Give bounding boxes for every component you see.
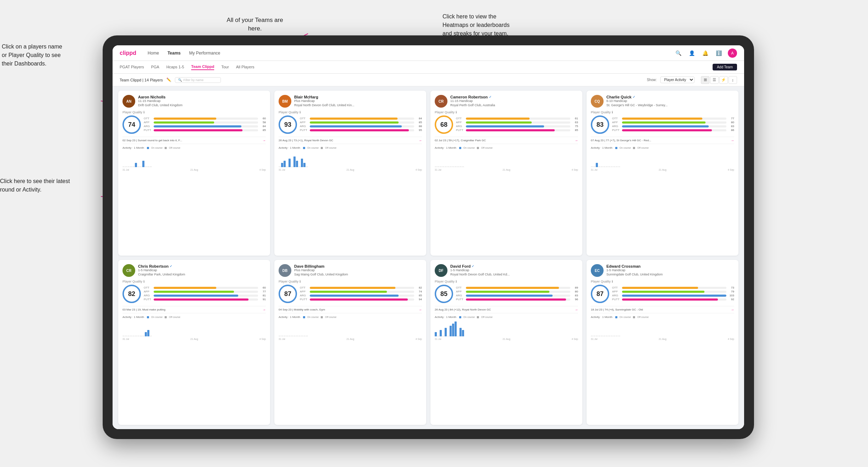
off-course-label: Off course xyxy=(325,316,336,318)
stat-row: PUTT 85 xyxy=(456,129,578,132)
off-course-legend xyxy=(477,316,479,318)
player-header: CR Cameron Robertson ✓ 11-15 HandicapRoy… xyxy=(435,95,578,108)
search-box[interactable]: 🔍 Filter by name xyxy=(175,77,221,83)
stat-row: OTT 60 xyxy=(144,117,266,120)
quality-circle[interactable]: 87 xyxy=(591,285,609,303)
last-round-arrow: → xyxy=(418,308,422,312)
chart-area xyxy=(279,151,422,168)
player-card-3[interactable]: CQ Charlie Quick ✓ 6-10 HandicapSt. Geor… xyxy=(587,91,738,256)
person-icon[interactable]: 👤 xyxy=(687,49,696,57)
player-name[interactable]: Aaron Nicholls xyxy=(138,95,266,99)
add-team-button[interactable]: Add Team xyxy=(713,64,737,70)
activity-title: Activity · 1 Month xyxy=(591,315,612,319)
subnav-tour[interactable]: Tour xyxy=(221,65,229,70)
player-name[interactable]: Blair McHarg xyxy=(294,95,422,99)
player-card-4[interactable]: CR Chris Robertson ✓ 1-5 HandicapCraigmi… xyxy=(118,260,270,425)
stat-row: OTT 89 xyxy=(456,286,578,289)
nav-icons: 🔍 👤 🔔 ℹ️ A xyxy=(674,49,737,58)
last-round[interactable]: 18 Jul 23 | 74 (+4), Sunningdale GC - Ol… xyxy=(591,306,734,313)
player-avatar: DF xyxy=(435,264,447,277)
stat-row: APP 77 xyxy=(144,290,266,293)
nav-teams[interactable]: Teams xyxy=(167,51,181,56)
subnav-all-players[interactable]: All Players xyxy=(236,65,255,70)
subnav-pgat[interactable]: PGAT Players xyxy=(120,65,144,70)
info-icon[interactable]: ℹ️ xyxy=(714,49,723,57)
last-round[interactable]: 26 Aug 23 | 84 (+12), Royal North Devon … xyxy=(435,306,578,313)
player-card-7[interactable]: EC Edward Crossman 1-5 HandicapSunningda… xyxy=(587,260,738,425)
nav-logo: clippd xyxy=(120,50,136,56)
chart-labels: 31 Jul 21 Aug 4 Sep xyxy=(591,169,734,171)
show-select[interactable]: Player Activity xyxy=(660,76,695,83)
quality-section: 93 OTT 84 APP 85 ARG 88 PUTT xyxy=(279,115,422,134)
chart-labels: 31 Jul 21 Aug 4 Sep xyxy=(279,169,422,171)
activity-section: Activity · 1 Month On course Off course … xyxy=(279,315,422,340)
view-sort-btn[interactable]: ↕ xyxy=(729,76,737,84)
quality-circle[interactable]: 82 xyxy=(122,285,141,303)
player-card-5[interactable]: DB Dave Billingham Plus HandicapSag Main… xyxy=(274,260,426,425)
player-name[interactable]: David Ford ✓ xyxy=(450,264,578,268)
player-name[interactable]: Chris Robertson ✓ xyxy=(138,264,266,268)
last-round[interactable]: 02 Sep 23 | Sunset round to get back int… xyxy=(122,137,266,144)
chart-area xyxy=(435,320,578,337)
stats-grid: OTT 61 APP 63 ARG 75 PUTT 8 xyxy=(456,117,578,132)
nav-home[interactable]: Home xyxy=(148,51,159,56)
quality-circle[interactable]: 83 xyxy=(591,115,609,134)
last-round-arrow: → xyxy=(262,138,266,142)
last-round[interactable]: 26 Aug 23 | 73 (+1), Royal North Devon G… xyxy=(279,137,422,144)
player-name[interactable]: Dave Billingham xyxy=(294,264,422,268)
view-list-btn[interactable]: ☰ xyxy=(710,76,719,84)
avatar[interactable]: A xyxy=(728,49,737,58)
on-course-label: On course xyxy=(151,316,162,318)
quality-circle[interactable]: 87 xyxy=(279,285,297,303)
view-grid-btn[interactable]: ⊞ xyxy=(701,76,709,84)
nav-my-performance[interactable]: My Performance xyxy=(189,51,220,56)
stat-row: PUTT 96 xyxy=(456,298,578,301)
last-round-arrow: → xyxy=(575,138,578,142)
player-handicap: Plus HandicapSag Maing Golf Club, United… xyxy=(294,268,422,277)
chart-area xyxy=(122,320,266,337)
stat-row: OTT 84 xyxy=(300,117,422,120)
verified-icon: ✓ xyxy=(489,95,492,99)
stat-row: ARG 75 xyxy=(456,125,578,128)
quality-circle[interactable]: 68 xyxy=(435,115,453,134)
player-handicap: 11-15 HandicapDrift Golf Club, United Ki… xyxy=(138,99,266,107)
activity-title: Activity · 1 Month xyxy=(591,146,612,149)
off-course-label: Off course xyxy=(325,147,336,149)
sub-nav: PGAT Players PGA Hcaps 1-5 Team Clippd T… xyxy=(113,61,744,74)
quality-label: Player Quality ℹ xyxy=(122,280,266,283)
player-handicap: 1-5 HandicapCraigmillar Park, United Kin… xyxy=(138,268,266,277)
last-round[interactable]: 03 Mar 23 | 19, Must make putting → xyxy=(122,306,266,313)
stat-row: ARG 88 xyxy=(300,125,422,128)
player-name[interactable]: Charlie Quick ✓ xyxy=(606,95,734,99)
player-card-6[interactable]: DF David Ford ✓ 1-5 HandicapRoyal North … xyxy=(430,260,582,425)
search-icon[interactable]: 🔍 xyxy=(674,49,683,57)
player-card-0[interactable]: AN Aaron Nicholls 11-15 HandicapDrift Go… xyxy=(118,91,270,256)
quality-label: Player Quality ℹ xyxy=(435,110,578,114)
on-course-legend xyxy=(147,147,149,149)
subnav-pga[interactable]: PGA xyxy=(151,65,159,70)
edit-icon[interactable]: ✏️ xyxy=(166,78,171,82)
on-course-legend xyxy=(147,316,149,318)
last-round[interactable]: 07 Aug 23 | 77 (+7), St George's Hill GC… xyxy=(591,137,734,144)
chart-labels: 31 Jul 21 Aug 4 Sep xyxy=(279,338,422,340)
quality-label: Player Quality ℹ xyxy=(122,110,266,114)
view-filter-btn[interactable]: ⚡ xyxy=(719,76,728,84)
on-course-label: On course xyxy=(307,147,319,149)
quality-circle[interactable]: 93 xyxy=(279,115,297,134)
subnav-hcaps[interactable]: Hcaps 1-5 xyxy=(166,65,184,70)
player-card-2[interactable]: CR Cameron Robertson ✓ 11-15 HandicapRoy… xyxy=(430,91,582,256)
bell-icon[interactable]: 🔔 xyxy=(701,49,709,57)
stat-row: APP 79 xyxy=(612,290,734,293)
tablet-frame: clippd Home Teams My Performance 🔍 👤 🔔 ℹ… xyxy=(103,35,754,439)
player-card-1[interactable]: BM Blair McHarg Plus HandicapRoyal North… xyxy=(274,91,426,256)
player-name[interactable]: Edward Crossman xyxy=(606,264,734,268)
quality-circle[interactable]: 85 xyxy=(435,285,453,303)
off-course-label: Off course xyxy=(637,316,649,318)
last-round[interactable]: 04 Sep 23 | Mobility with coach, Gym → xyxy=(279,306,422,313)
last-round[interactable]: 02 Jul 23 | 59 (+17), Craigmillar Park G… xyxy=(435,137,578,144)
player-name[interactable]: Cameron Robertson ✓ xyxy=(450,95,578,99)
subnav-team-clippd[interactable]: Team Clippd xyxy=(191,64,214,70)
stat-row: ARG 85 xyxy=(300,294,422,297)
quality-circle[interactable]: 74 xyxy=(122,115,141,134)
player-handicap: 1-5 HandicapRoyal North Devon Golf Club,… xyxy=(450,268,578,277)
